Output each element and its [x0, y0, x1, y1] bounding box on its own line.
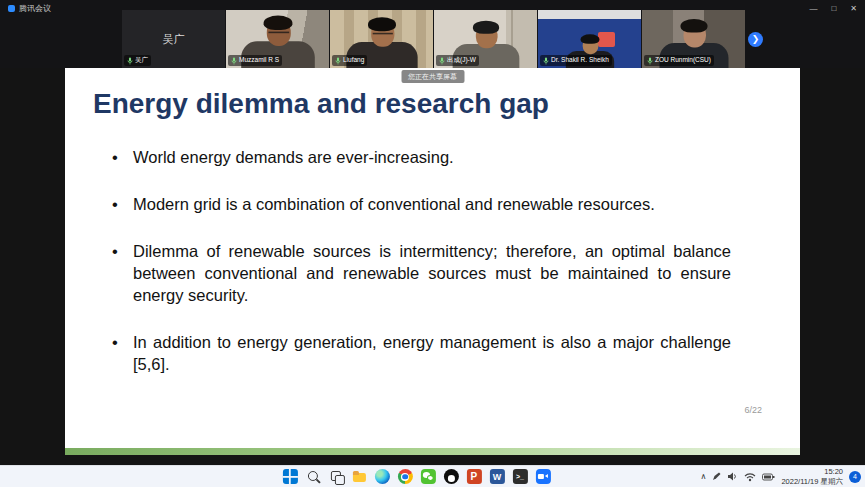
start-button-icon[interactable]	[282, 469, 297, 484]
slide-bullet: In addition to energy generation, energy…	[109, 332, 731, 376]
participant-label: 吴广	[124, 55, 151, 66]
participant-label: 出成(J)-W	[436, 55, 479, 66]
mic-icon	[231, 57, 237, 65]
maximize-button[interactable]: □	[831, 4, 836, 13]
mic-icon	[127, 57, 133, 65]
chrome-browser-icon[interactable]	[397, 469, 412, 484]
participant-label-text: Liufang	[343, 57, 364, 64]
mic-icon	[543, 57, 549, 65]
participant-tile[interactable]: Liufang	[330, 10, 433, 68]
slide-page-number: 6/22	[744, 405, 762, 415]
close-button[interactable]: ✕	[850, 4, 857, 13]
participant-label: ZOU Runmin(CSU)	[644, 55, 714, 66]
slide-bullet: Modern grid is a combination of conventi…	[109, 194, 731, 216]
system-tray: ∧ 15:20 2022/11/19 星期六 4	[701, 466, 861, 487]
mic-icon	[439, 57, 445, 65]
participant-label: Liufang	[332, 55, 367, 66]
participant-tile[interactable]: 出成(J)-W	[434, 10, 537, 68]
next-participants-button[interactable]: ❯	[748, 32, 763, 47]
mic-icon	[647, 57, 653, 65]
clock[interactable]: 15:20 2022/11/19 星期六	[781, 467, 843, 487]
participant-tile[interactable]: Dr. Shakil R. Sheikh	[538, 10, 641, 68]
powerpoint-icon[interactable]	[466, 469, 481, 484]
meeting-app-icon[interactable]	[535, 469, 550, 484]
pen-icon[interactable]	[712, 472, 721, 481]
slide-title: Energy dilemma and research gap	[93, 88, 800, 120]
mic-icon	[335, 57, 341, 65]
wifi-icon[interactable]	[744, 472, 756, 482]
battery-icon[interactable]	[762, 473, 775, 481]
meeting-window: 腾讯会议 — □ ✕ 吴广 吴广 Muzzamil R S	[0, 0, 865, 487]
participant-label-text: 吴广	[135, 57, 148, 64]
window-title: 腾讯会议	[19, 3, 51, 14]
presentation-stage: 您正在共享屏幕 Energy dilemma and research gap …	[0, 68, 865, 465]
taskbar-icons	[282, 466, 550, 487]
taskbar: ∧ 15:20 2022/11/19 星期六 4	[0, 465, 865, 487]
volume-icon[interactable]	[727, 471, 738, 482]
participant-label: Muzzamil R S	[228, 55, 282, 66]
app-title: 腾讯会议	[8, 3, 51, 14]
slide-bullets: World energy demands are ever-increasing…	[109, 147, 731, 376]
search-icon[interactable]	[305, 469, 320, 484]
edge-browser-icon[interactable]	[374, 469, 389, 484]
wechat-icon[interactable]	[420, 469, 435, 484]
participant-strip: 吴广 吴广 Muzzamil R S Liufang	[122, 10, 745, 68]
participant-label-text: 出成(J)-W	[447, 57, 476, 64]
participant-label-text: ZOU Runmin(CSU)	[655, 57, 711, 64]
participant-tile[interactable]: 吴广 吴广	[122, 10, 225, 68]
slide: Energy dilemma and research gap World en…	[65, 68, 800, 455]
qq-icon[interactable]	[443, 469, 458, 484]
window-controls: — □ ✕	[809, 4, 857, 13]
tray-time: 15:20	[781, 467, 843, 477]
tray-date: 2022/11/19 星期六	[781, 477, 843, 487]
slide-bullet: Dilemma of renewable sources is intermit…	[109, 241, 731, 307]
file-explorer-icon[interactable]	[351, 469, 366, 484]
participant-label-text: Muzzamil R S	[239, 57, 279, 64]
header: 腾讯会议 — □ ✕ 吴广 吴广 Muzzamil R S	[0, 0, 865, 68]
minimize-button[interactable]: —	[809, 4, 817, 13]
slide-bullet: World energy demands are ever-increasing…	[109, 147, 731, 169]
notification-badge[interactable]: 4	[849, 471, 861, 483]
participant-tile[interactable]: Muzzamil R S	[226, 10, 329, 68]
slide-footer-bar	[65, 448, 800, 455]
participant-tile[interactable]: ZOU Runmin(CSU)	[642, 10, 745, 68]
tray-chevron-icon[interactable]: ∧	[701, 472, 707, 481]
participant-label-text: Dr. Shakil R. Sheikh	[551, 57, 609, 64]
terminal-icon[interactable]	[512, 469, 527, 484]
participant-label: Dr. Shakil R. Sheikh	[540, 55, 612, 66]
task-view-icon[interactable]	[328, 469, 343, 484]
share-banner: 您正在共享屏幕	[401, 70, 464, 83]
app-icon	[8, 5, 15, 12]
word-icon[interactable]	[489, 469, 504, 484]
